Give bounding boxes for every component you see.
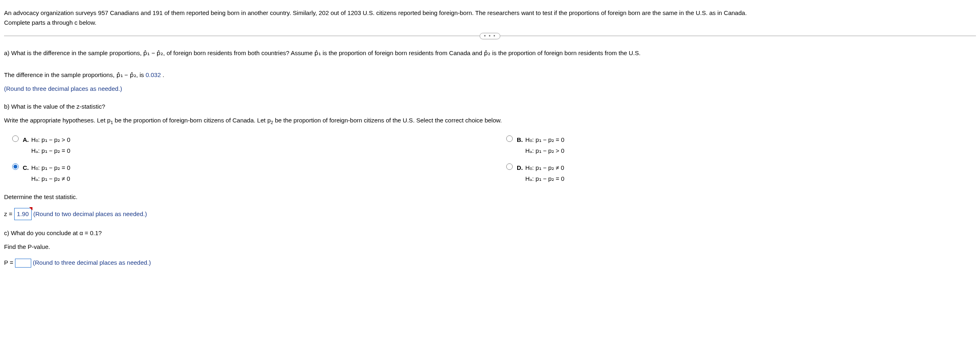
divider-row: • • • [4, 36, 976, 36]
p-input[interactable] [15, 259, 31, 268]
h0: H₀: p₁ − p₂ = 0 [525, 136, 564, 143]
part-a-prompt: a) What is the difference in the sample … [4, 48, 976, 58]
intro-line2: Complete parts a through c below. [4, 18, 976, 28]
text: , of foreign born residents from both co… [163, 49, 314, 56]
z-line: z = 1.90 (Round to two decimal places as… [4, 208, 976, 220]
ha: Hₐ: p₁ − p₂ > 0 [525, 147, 564, 154]
part-a-answer: The difference in the sample proportions… [4, 70, 976, 80]
text: a) What is the difference in the sample … [4, 49, 143, 56]
intro-line1: An advocacy organization surveys 957 Can… [4, 8, 976, 18]
option-d-text: D.H₀: p₁ − p₂ ≠ 0 D.Hₐ: p₁ − p₂ = 0 [517, 162, 564, 184]
option-b-text: B.H₀: p₁ − p₂ = 0 B.Hₐ: p₁ − p₂ > 0 [517, 134, 564, 156]
text: is the proportion of foreign born reside… [490, 49, 640, 56]
phat1: p̂₁ [314, 49, 321, 56]
ha: Hₐ: p₁ − p₂ = 0 [525, 175, 564, 182]
expand-button[interactable]: • • • [479, 33, 500, 39]
radio-d[interactable] [506, 163, 513, 170]
phat-diff: p̂₁ − p̂₂ [116, 71, 136, 78]
text: , is [136, 71, 146, 78]
h0: H₀: p₁ − p₂ ≠ 0 [525, 164, 564, 171]
part-c: c) What do you conclude at α = 0.1? Find… [4, 228, 976, 268]
h0: H₀: p₁ − p₂ = 0 [31, 164, 70, 171]
hypothesis-prompt: Write the appropriate hypotheses. Let p1… [4, 116, 976, 126]
z-label: z = [4, 210, 14, 217]
text: Write the appropriate hypotheses. Let p [4, 117, 110, 124]
ha: Hₐ: p₁ − p₂ = 0 [31, 147, 70, 154]
phat2: p̂₂ [484, 49, 490, 56]
options-grid: A.H₀: p₁ − p₂ > 0 A.Hₐ: p₁ − p₂ = 0 B.H₀… [12, 134, 976, 184]
text: is the proportion of foreign born reside… [321, 49, 484, 56]
option-c[interactable]: C.H₀: p₁ − p₂ = 0 C.Hₐ: p₁ − p₂ ≠ 0 [12, 162, 482, 184]
z-input[interactable]: 1.90 [14, 208, 32, 220]
text: The difference in the sample proportions… [4, 71, 116, 78]
option-label: D. [517, 164, 523, 171]
part-c-heading: c) What do you conclude at α = 0.1? [4, 228, 976, 238]
option-label: A. [23, 136, 29, 143]
part-a-answer-value: 0.032 [146, 71, 161, 78]
determine-text: Determine the test statistic. [4, 192, 976, 202]
p-line: P = (Round to three decimal places as ne… [4, 258, 976, 268]
radio-c[interactable] [12, 163, 19, 170]
option-b[interactable]: B.H₀: p₁ − p₂ = 0 B.Hₐ: p₁ − p₂ > 0 [506, 134, 976, 156]
p-label: P = [4, 259, 15, 266]
h0: H₀: p₁ − p₂ > 0 [31, 136, 70, 143]
option-label: C. [23, 164, 29, 171]
option-d[interactable]: D.H₀: p₁ − p₂ ≠ 0 D.Hₐ: p₁ − p₂ = 0 [506, 162, 976, 184]
part-a-round-note: (Round to three decimal places as needed… [4, 84, 976, 94]
radio-b[interactable] [506, 135, 513, 142]
option-label: B. [517, 136, 523, 143]
phat-diff: p̂₁ − p̂₂ [143, 49, 163, 56]
part-b: b) What is the value of the z-statistic?… [4, 102, 976, 220]
find-p-text: Find the P-value. [4, 242, 976, 252]
question-intro: An advocacy organization surveys 957 Can… [4, 8, 976, 28]
part-b-heading: b) What is the value of the z-statistic? [4, 102, 976, 111]
option-c-text: C.H₀: p₁ − p₂ = 0 C.Hₐ: p₁ − p₂ ≠ 0 [23, 162, 70, 184]
text: be the proportion of foreign-born citize… [113, 117, 271, 124]
p-note: (Round to three decimal places as needed… [31, 259, 151, 266]
option-a-text: A.H₀: p₁ − p₂ > 0 A.Hₐ: p₁ − p₂ = 0 [23, 134, 70, 156]
text: be the proportion of foreign-born citize… [273, 117, 502, 124]
z-note: (Round to two decimal places as needed.) [32, 210, 147, 217]
option-a[interactable]: A.H₀: p₁ − p₂ > 0 A.Hₐ: p₁ − p₂ = 0 [12, 134, 482, 156]
part-a: a) What is the difference in the sample … [4, 48, 976, 94]
radio-a[interactable] [12, 135, 19, 142]
ha: Hₐ: p₁ − p₂ ≠ 0 [31, 175, 70, 182]
text: . [161, 71, 164, 78]
